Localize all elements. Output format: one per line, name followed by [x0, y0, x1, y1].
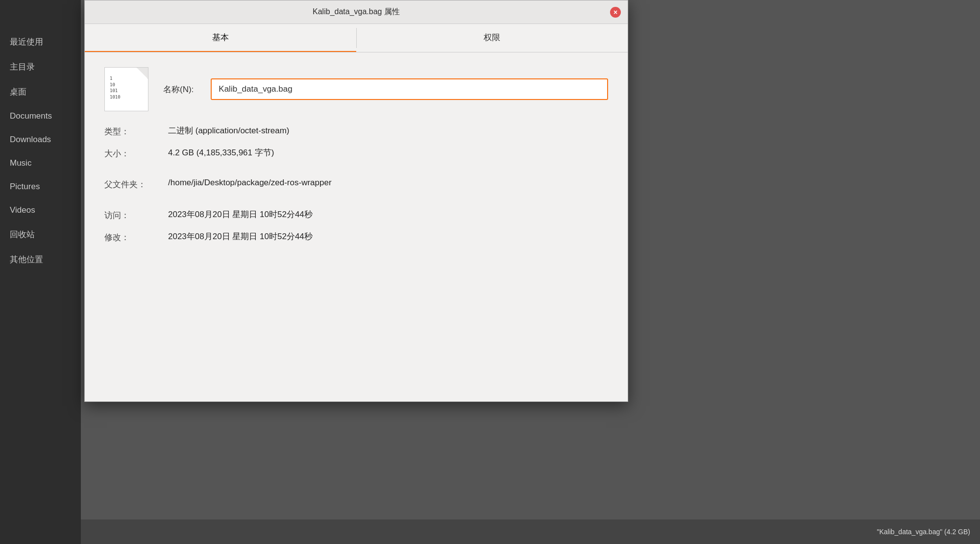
file-icon-text: 1101011010: [110, 75, 121, 100]
sidebar-item-trash[interactable]: 回收站: [0, 222, 81, 247]
prop-label-parent: 父文件夹：: [104, 178, 158, 190]
sidebar-item-recent[interactable]: 最近使用: [0, 29, 81, 54]
prop-row-modified: 修改： 2023年08月20日 星期日 10时52分44秒: [104, 231, 608, 243]
prop-label-type: 类型：: [104, 125, 158, 137]
filename-input[interactable]: [211, 78, 608, 100]
prop-label-modified: 修改：: [104, 231, 158, 243]
properties-dialog: Kalib_data_vga.bag 属性 × 基本 权限 1101011010…: [84, 0, 628, 402]
prop-spacer-1: [104, 169, 608, 178]
sidebar-item-pictures[interactable]: Pictures: [0, 175, 81, 198]
prop-row-access: 访问： 2023年08月20日 星期日 10时52分44秒: [104, 209, 608, 221]
prop-label-access: 访问：: [104, 209, 158, 221]
dialog-content: 1101011010 名称(N): 类型： 二进制 (application/o…: [85, 52, 628, 268]
tab-basic[interactable]: 基本: [85, 24, 356, 52]
sidebar: 最近使用 主目录 桌面 Documents Downloads Music Pi…: [0, 0, 81, 544]
prop-row-size: 大小： 4.2 GB (4,185,335,961 字节): [104, 147, 608, 159]
name-field-label: 名称(N):: [163, 84, 194, 95]
titlebar: Kalib_data_vga.bag 属性 ×: [85, 0, 628, 24]
sidebar-item-videos[interactable]: Videos: [0, 198, 81, 222]
file-icon: 1101011010: [104, 67, 148, 111]
prop-value-modified: 2023年08月20日 星期日 10时52分44秒: [168, 231, 313, 242]
tab-permissions[interactable]: 权限: [357, 24, 628, 52]
prop-row-parent: 父文件夹： /home/jia/Desktop/package/zed-ros-…: [104, 178, 608, 190]
prop-row-type: 类型： 二进制 (application/octet-stream): [104, 125, 608, 137]
sidebar-item-music[interactable]: Music: [0, 151, 81, 175]
prop-label-size: 大小：: [104, 147, 158, 159]
prop-spacer-2: [104, 200, 608, 209]
prop-value-access: 2023年08月20日 星期日 10时52分44秒: [168, 209, 313, 220]
sidebar-item-downloads[interactable]: Downloads: [0, 128, 81, 151]
status-bar: "Kalib_data_vga.bag" (4.2 GB): [81, 519, 980, 544]
name-row: 1101011010 名称(N):: [104, 67, 608, 111]
sidebar-item-other[interactable]: 其他位置: [0, 247, 81, 272]
status-text: "Kalib_data_vga.bag" (4.2 GB): [877, 528, 970, 536]
sidebar-item-desktop[interactable]: 桌面: [0, 79, 81, 104]
name-input-wrapper: [211, 78, 608, 100]
prop-value-type: 二进制 (application/octet-stream): [168, 125, 290, 136]
tab-bar: 基本 权限: [85, 24, 628, 52]
prop-value-parent: /home/jia/Desktop/package/zed-ros-wrappe…: [168, 178, 332, 188]
dialog-title: Kalib_data_vga.bag 属性: [313, 7, 400, 17]
prop-value-size: 4.2 GB (4,185,335,961 字节): [168, 147, 274, 158]
sidebar-item-home[interactable]: 主目录: [0, 54, 81, 79]
sidebar-item-documents[interactable]: Documents: [0, 104, 81, 128]
close-button[interactable]: ×: [610, 7, 621, 18]
